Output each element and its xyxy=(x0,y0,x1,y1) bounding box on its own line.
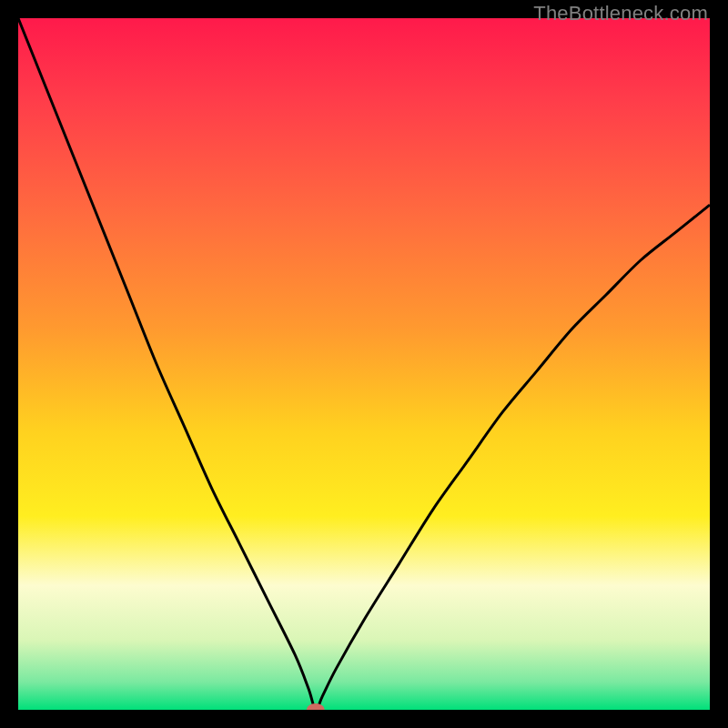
bottleneck-chart xyxy=(18,18,710,710)
gradient-background xyxy=(18,18,710,710)
plot-area xyxy=(18,18,710,710)
chart-frame: TheBottleneck.com xyxy=(0,0,728,728)
watermark-text: TheBottleneck.com xyxy=(533,2,708,25)
